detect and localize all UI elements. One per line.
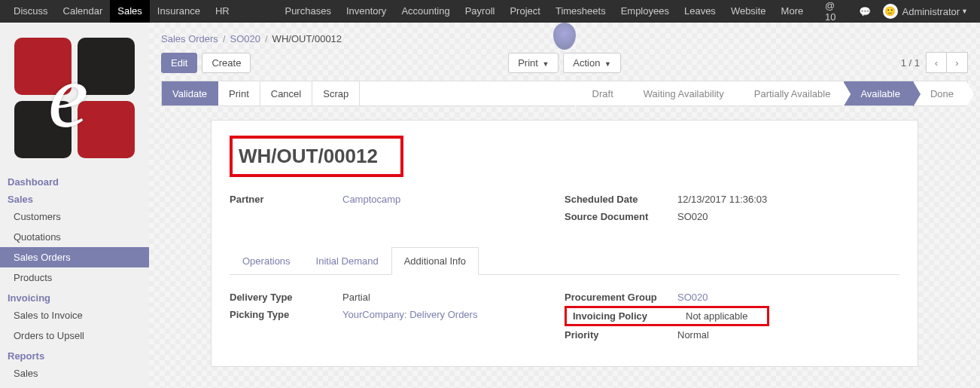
nav-discuss[interactable]: Discuss xyxy=(6,0,56,23)
source-document-value: SO020 xyxy=(677,211,708,222)
toolbar: Edit Create Print ▼ Action ▼ 1 / 1 ‹ › xyxy=(149,49,980,81)
nav-calendar[interactable]: Calendar xyxy=(56,0,111,23)
caret-down-icon: ▼ xyxy=(961,8,968,15)
sidebar-item-sales-orders[interactable]: Sales Orders xyxy=(0,247,149,267)
tab-additional-info[interactable]: Additional Info xyxy=(391,247,479,275)
nav-sales[interactable]: Sales xyxy=(110,0,150,23)
mentions-counter[interactable]: @ 10 xyxy=(819,0,853,23)
validate-button[interactable]: Validate xyxy=(162,81,218,105)
nav-hr-insurance[interactable]: HR Insurance xyxy=(208,0,278,23)
status-waiting[interactable]: Waiting Availability xyxy=(627,81,738,105)
action-dropdown[interactable]: Action ▼ xyxy=(563,53,621,73)
crumb-sales-orders[interactable]: Sales Orders xyxy=(161,33,218,44)
print-dropdown[interactable]: Print ▼ xyxy=(508,53,558,73)
invoicing-policy-label: Invoicing Policy xyxy=(573,310,686,322)
main-content: Sales Orders / SO020 / WH/OUT/00012 Edit… xyxy=(149,23,980,388)
caret-down-icon: ▼ xyxy=(540,60,549,68)
priority-value: Normal xyxy=(677,329,709,341)
sidebar-item-customers[interactable]: Customers xyxy=(0,206,149,227)
invoicing-policy-value: Not applicable xyxy=(686,310,761,322)
edit-button[interactable]: Edit xyxy=(161,53,197,73)
logo: e xyxy=(0,29,149,172)
nav-accounting[interactable]: Accounting xyxy=(394,0,457,23)
sidebar: e Dashboard Sales Customers Quotations S… xyxy=(0,23,149,388)
nav-website[interactable]: Website xyxy=(723,0,774,23)
separator: / xyxy=(260,33,272,44)
partner-value[interactable]: Camptocamp xyxy=(342,194,400,205)
scheduled-date-label: Scheduled Date xyxy=(565,194,677,205)
nav-leaves[interactable]: Leaves xyxy=(677,0,723,23)
sidebar-section-sales[interactable]: Sales xyxy=(0,189,149,206)
sidebar-item-report-sales[interactable]: Sales xyxy=(0,363,149,383)
procurement-group-value[interactable]: SO020 xyxy=(677,292,708,303)
status-done[interactable]: Done xyxy=(914,81,967,105)
crumb-so[interactable]: SO020 xyxy=(230,33,260,44)
avatar-icon: 🙂 xyxy=(883,4,898,19)
sidebar-section-invoicing[interactable]: Invoicing xyxy=(0,288,149,305)
nav-purchases[interactable]: Purchases xyxy=(277,0,338,23)
nav-inventory[interactable]: Inventory xyxy=(339,0,394,23)
nav-project[interactable]: Project xyxy=(502,0,547,23)
status-partial[interactable]: Partially Available xyxy=(738,81,845,105)
scrap-button[interactable]: Scrap xyxy=(312,81,360,105)
sidebar-section-reports[interactable]: Reports xyxy=(0,346,149,363)
status-draft[interactable]: Draft xyxy=(576,81,627,105)
caret-down-icon: ▼ xyxy=(602,60,610,68)
sidebar-item-orders-to-upsell[interactable]: Orders to Upsell xyxy=(0,325,149,346)
nav-employees[interactable]: Employees xyxy=(613,0,677,23)
sidebar-item-quotations[interactable]: Quotations xyxy=(0,227,149,247)
record-title: WH/OUT/00012 xyxy=(239,145,378,168)
tab-content-additional: Delivery Type Partial Picking Type YourC… xyxy=(230,275,899,344)
partner-label: Partner xyxy=(230,194,342,205)
sidebar-item-sales-to-invoice[interactable]: Sales to Invoice xyxy=(0,305,149,325)
priority-label: Priority xyxy=(565,329,677,341)
pager-text: 1 / 1 xyxy=(901,57,920,69)
delivery-type-value: Partial xyxy=(342,292,370,303)
status-available[interactable]: Available xyxy=(844,81,914,105)
create-button[interactable]: Create xyxy=(202,53,251,73)
picking-type-value[interactable]: YourCompany: Delivery Orders xyxy=(342,309,477,320)
scheduled-date-value: 12/13/2017 11:36:03 xyxy=(677,194,767,205)
print-button[interactable]: Print xyxy=(218,81,260,105)
user-menu[interactable]: 🙂 Administrator ▼ xyxy=(877,4,975,19)
tab-initial-demand[interactable]: Initial Demand xyxy=(303,247,391,275)
sidebar-section-dashboard[interactable]: Dashboard xyxy=(0,172,149,189)
form-sheet: WH/OUT/00012 Partner Camptocamp Schedule… xyxy=(211,120,918,367)
nav-insurance[interactable]: Insurance xyxy=(150,0,208,23)
procurement-group-label: Procurement Group xyxy=(565,292,677,303)
chat-icon[interactable]: 💬 xyxy=(853,6,877,17)
crumb-current: WH/OUT/00012 xyxy=(272,33,342,44)
cancel-button[interactable]: Cancel xyxy=(260,81,312,105)
picking-type-label: Picking Type xyxy=(230,309,342,320)
tab-operations[interactable]: Operations xyxy=(230,247,303,275)
username-label: Administrator xyxy=(902,6,960,17)
separator: / xyxy=(218,33,230,44)
tabs: Operations Initial Demand Additional Inf… xyxy=(230,246,899,275)
nav-payroll[interactable]: Payroll xyxy=(458,0,503,23)
source-document-label: Source Document xyxy=(565,211,677,222)
nav-timesheets[interactable]: Timesheets xyxy=(548,0,613,23)
invoicing-policy-highlight: Invoicing Policy Not applicable xyxy=(565,306,769,326)
delivery-type-label: Delivery Type xyxy=(230,292,342,303)
top-navbar: Discuss Calendar Sales Insurance HR Insu… xyxy=(0,0,980,23)
pager-prev-button[interactable]: ‹ xyxy=(926,52,947,73)
action-bar: Validate Print Cancel Scrap Draft Waitin… xyxy=(161,81,968,106)
sidebar-item-products[interactable]: Products xyxy=(0,267,149,288)
pager-next-button[interactable]: › xyxy=(947,52,968,73)
nav-more[interactable]: More ▼ xyxy=(774,0,819,23)
record-title-highlight: WH/OUT/00012 xyxy=(230,136,403,177)
